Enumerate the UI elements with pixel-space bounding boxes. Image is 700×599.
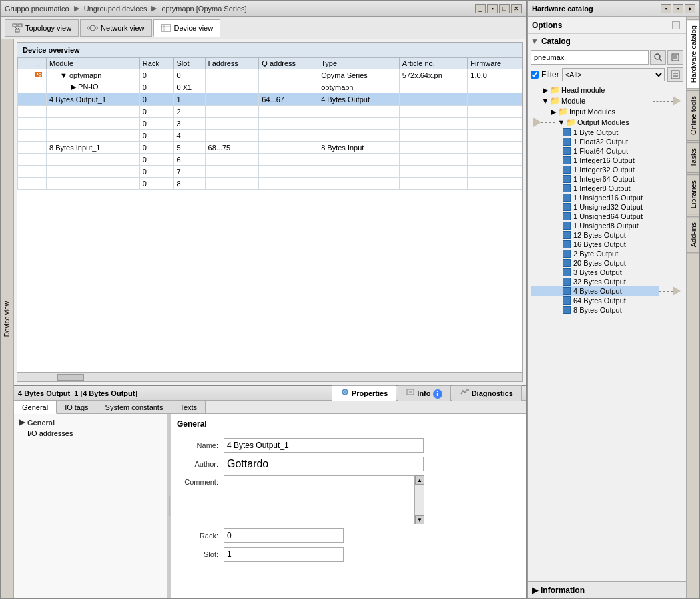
device-view-button[interactable]: Device view xyxy=(153,19,221,37)
window-controls[interactable]: _ ▪ □ ✕ xyxy=(475,4,522,13)
tree-item-32bytes-output[interactable]: 32 Bytes Output xyxy=(531,277,683,286)
tree-item-int32-output[interactable]: 1 Integer32 Output xyxy=(531,165,683,174)
catalog-tree: ▶ 📁 Head module ▼ 📁 Module xyxy=(531,85,683,315)
horizontal-scrollbar[interactable] xyxy=(17,372,522,381)
tree-item-input-modules[interactable]: ▶ 📁 Input Modules xyxy=(531,106,683,117)
filter-checkbox[interactable] xyxy=(531,71,539,79)
catalog-label: Catalog xyxy=(541,37,571,46)
tree-item-16bytes-output[interactable]: 16 Bytes Output xyxy=(531,240,683,249)
article-cell xyxy=(399,93,468,106)
2bytes-module-icon xyxy=(563,250,571,258)
catalog-btn-1[interactable]: ▪ xyxy=(661,4,671,13)
tree-item-int8-output[interactable]: 1 Integer8 Output xyxy=(531,184,683,193)
tree-item-float64-output[interactable]: 1 Float64 Output xyxy=(531,146,683,156)
inner-tab-general[interactable]: General xyxy=(14,401,57,414)
64bytes-label: 64 Bytes Output xyxy=(573,296,626,305)
side-tab-hardware-catalog[interactable]: Hardware catalog xyxy=(687,19,700,89)
expand-cell[interactable] xyxy=(18,81,31,93)
information-section[interactable]: ▶ Information xyxy=(528,581,686,598)
table-row[interactable]: 0 7 xyxy=(18,166,522,178)
catalog-btn-close[interactable]: ▸ xyxy=(685,4,695,13)
catalog-search-btn[interactable] xyxy=(650,50,666,65)
table-row[interactable]: 0 2 xyxy=(18,106,522,118)
tree-item-head-module[interactable]: ▶ 📁 Head module xyxy=(531,85,683,95)
table-row[interactable]: 4 Bytes Output_1 0 1 64...67 4 Bytes Out… xyxy=(18,93,522,106)
tree-item-20bytes-output[interactable]: 20 Bytes Output xyxy=(531,258,683,268)
side-tabs-panel[interactable]: Hardware catalog Online tools Tasks Libr… xyxy=(686,17,699,598)
nav-item-general-header[interactable]: ▶ General xyxy=(17,417,164,428)
side-tab-tasks[interactable]: Tasks xyxy=(687,142,700,173)
name-input[interactable] xyxy=(224,438,424,453)
expand-cell[interactable] xyxy=(18,69,31,81)
iaddr-cell xyxy=(205,154,259,166)
topology-view-button[interactable]: Topology view xyxy=(5,19,79,37)
filter-select[interactable]: <All> xyxy=(562,68,665,81)
rack-input[interactable] xyxy=(224,528,344,543)
tree-item-uint64-output[interactable]: 1 Unsigned64 Output xyxy=(531,212,683,221)
rack-cell: 0 xyxy=(139,81,173,93)
tree-item-64bytes-output[interactable]: 64 Bytes Output xyxy=(531,296,683,305)
tab-info[interactable]: Info i xyxy=(398,385,450,401)
side-tab-libraries[interactable]: Libraries xyxy=(687,174,700,214)
table-row[interactable]: 0 6 xyxy=(18,154,522,166)
tree-item-uint16-output[interactable]: 1 Unsigned16 Output xyxy=(531,193,683,202)
form-row-rack: Rack: xyxy=(177,528,520,543)
bottom-panel-tabs[interactable]: Properties Info i xyxy=(332,385,522,401)
slot-input[interactable] xyxy=(224,547,344,562)
tab-properties[interactable]: Properties xyxy=(332,385,396,401)
type-cell xyxy=(318,130,400,142)
catalog-btn-2[interactable]: ▪ xyxy=(673,4,683,13)
network-view-button[interactable]: Network view xyxy=(80,19,151,37)
catalog-advanced-btn[interactable] xyxy=(667,50,683,65)
catalog-search-input[interactable] xyxy=(531,50,649,65)
scroll-up-btn[interactable]: ▲ xyxy=(415,475,424,485)
inner-tabs[interactable]: General IO tags System constants Texts xyxy=(14,401,526,414)
8bytes-label: 8 Bytes Output xyxy=(573,306,622,314)
comment-input[interactable] xyxy=(224,475,424,522)
author-input[interactable] xyxy=(224,457,424,471)
tree-item-module[interactable]: ▼ 📁 Module xyxy=(531,95,653,106)
table-row[interactable]: ▼ optymapn 0 0 Opyma Series 572x.64x.pn … xyxy=(18,69,522,81)
tree-item-3bytes-output[interactable]: 3 Bytes Output xyxy=(531,268,683,277)
tree-item-4bytes-output[interactable]: 4 Bytes Output xyxy=(531,286,659,296)
module-cell xyxy=(47,106,140,118)
firmware-cell xyxy=(468,178,522,190)
tree-item-1byte-output[interactable]: 1 Byte Output xyxy=(531,128,683,137)
side-tab-online-tools[interactable]: Online tools xyxy=(687,90,700,141)
catalog-title-controls[interactable]: ▪ ▪ ▸ xyxy=(661,4,695,13)
tree-item-uint32-output[interactable]: 1 Unsigned32 Output xyxy=(531,202,683,212)
comment-scrollbar[interactable]: ▲ ▼ xyxy=(414,475,424,524)
tree-item-output-modules[interactable]: ▼ 📁 Output Modules xyxy=(555,117,683,128)
side-tab-addins[interactable]: Add-ins xyxy=(687,216,700,253)
inner-tab-sysconst[interactable]: System constants xyxy=(97,401,172,413)
close-button[interactable]: ✕ xyxy=(511,4,522,13)
tab-diagnostics[interactable]: Diagnostics xyxy=(452,385,522,401)
table-row[interactable]: ▶ PN-IO 0 0 X1 optymapn xyxy=(18,81,522,93)
table-row[interactable]: 8 Bytes Input_1 0 5 68...75 8 Bytes Inpu… xyxy=(18,142,522,154)
inner-tab-iotags[interactable]: IO tags xyxy=(57,401,97,413)
float32-module-icon xyxy=(563,138,571,146)
table-row[interactable]: 0 4 xyxy=(18,130,522,142)
device-view-tab-label[interactable]: Device view xyxy=(2,297,12,341)
table-row[interactable]: 0 8 xyxy=(18,178,522,190)
catalog-collapse-icon[interactable]: ▼ xyxy=(531,37,539,46)
restore-button[interactable]: ▪ xyxy=(487,4,498,13)
minimize-button[interactable]: _ xyxy=(475,4,486,13)
options-collapse-btn[interactable] xyxy=(672,21,680,29)
device-overview-table[interactable]: ... Module Rack Slot I address Q address… xyxy=(17,57,522,372)
type-cell xyxy=(318,166,400,178)
filter-options-btn[interactable] xyxy=(667,67,683,82)
tree-item-2bytes-output[interactable]: 2 Byte Output xyxy=(531,249,683,258)
nav-item-io-addresses[interactable]: I/O addresses xyxy=(17,428,164,439)
tree-item-int16-output[interactable]: 1 Integer16 Output xyxy=(531,156,683,165)
tree-item-8bytes-output[interactable]: 8 Bytes Output xyxy=(531,305,683,315)
scroll-down-btn[interactable]: ▼ xyxy=(415,515,424,524)
device-view-sidetab[interactable]: Device view xyxy=(1,39,14,598)
table-row[interactable]: 0 3 xyxy=(18,118,522,130)
tree-item-uint8-output[interactable]: 1 Unsigned8 Output xyxy=(531,221,683,230)
tree-item-float32-output[interactable]: 1 Float32 Output xyxy=(531,137,683,146)
tree-item-int64-output[interactable]: 1 Integer64 Output xyxy=(531,174,683,184)
tree-item-12bytes-output[interactable]: 12 Bytes Output xyxy=(531,230,683,240)
inner-tab-texts[interactable]: Texts xyxy=(171,401,206,413)
maximize-button[interactable]: □ xyxy=(499,4,510,13)
